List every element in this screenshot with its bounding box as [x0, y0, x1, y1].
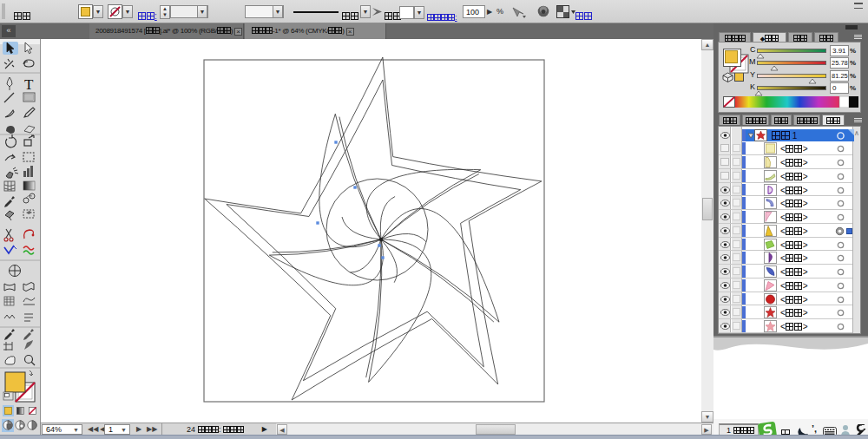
- svg-text:T: T: [24, 76, 34, 93]
